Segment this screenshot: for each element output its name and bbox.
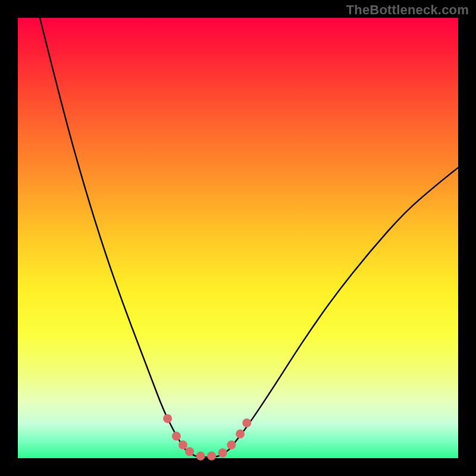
marker-point (178, 440, 187, 449)
attribution-text: TheBottleneck.com (346, 2, 469, 18)
marker-point (207, 452, 216, 461)
marker-group (163, 414, 251, 461)
chart-frame: TheBottleneck.com (0, 0, 476, 476)
curve-path (40, 18, 458, 458)
marker-point (218, 449, 227, 458)
marker-point (185, 447, 194, 456)
marker-point (227, 440, 236, 449)
curve-svg (18, 18, 458, 458)
marker-point (242, 418, 251, 427)
marker-point (236, 430, 245, 439)
bottleneck-curve (40, 18, 458, 458)
plot-area (18, 18, 458, 458)
marker-point (163, 414, 172, 423)
marker-point (172, 432, 181, 441)
marker-point (196, 452, 205, 461)
